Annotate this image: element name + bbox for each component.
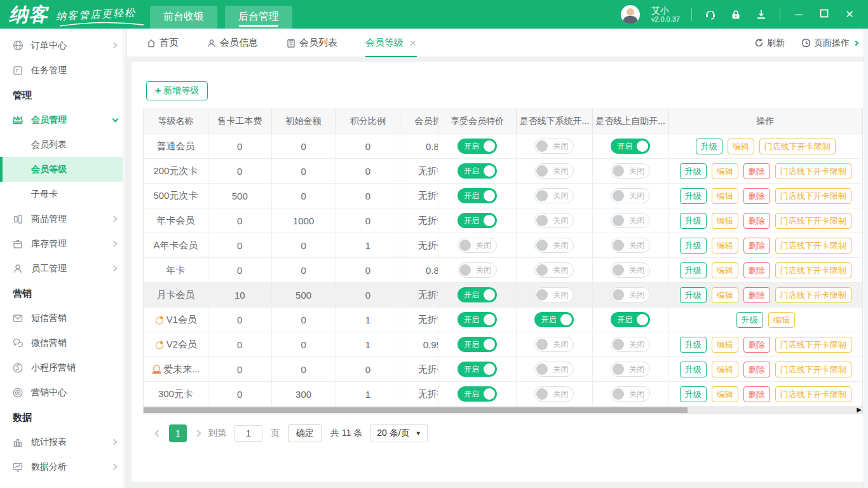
online-open-toggle[interactable]: 关闭: [611, 163, 650, 179]
special-price-toggle[interactable]: 开启: [458, 362, 497, 377]
scroll-right-arrow-icon[interactable]: ▶: [857, 406, 862, 413]
goto-page-input[interactable]: [234, 425, 262, 442]
confirm-page-button[interactable]: 确定: [288, 424, 322, 442]
special-price-toggle[interactable]: 开启: [458, 287, 497, 302]
offline-open-toggle[interactable]: 关闭: [534, 262, 574, 278]
online-open-toggle[interactable]: 关闭: [611, 213, 650, 228]
next-page-button[interactable]: [194, 430, 201, 437]
op-delete-button[interactable]: 删除: [743, 362, 770, 377]
op-edit-button[interactable]: 编辑: [712, 238, 738, 254]
op-upgrade-button[interactable]: 升级: [680, 362, 707, 377]
op-limit-button[interactable]: 门店线下开卡限制: [775, 386, 851, 402]
special-price-toggle[interactable]: 关闭: [458, 262, 497, 278]
tab-会员列表[interactable]: 会员列表: [286, 29, 337, 57]
op-limit-button[interactable]: 门店线下开卡限制: [775, 337, 851, 353]
op-limit-button[interactable]: 门店线下开卡限制: [775, 362, 851, 377]
op-limit-button[interactable]: 门店线下开卡限制: [775, 287, 851, 303]
tab-首页[interactable]: 首页: [146, 29, 179, 57]
op-edit-button[interactable]: 编辑: [712, 163, 738, 179]
offline-open-toggle[interactable]: 关闭: [534, 188, 574, 203]
op-limit-button[interactable]: 门店线下开卡限制: [759, 139, 836, 154]
online-open-toggle[interactable]: 关闭: [611, 188, 650, 203]
special-price-toggle[interactable]: 开启: [458, 163, 497, 179]
online-open-toggle[interactable]: 关闭: [611, 337, 650, 352]
special-price-toggle[interactable]: 开启: [458, 386, 497, 402]
op-edit-button[interactable]: 编辑: [712, 337, 738, 353]
tab-会员等级[interactable]: 会员等级✕: [365, 29, 417, 57]
op-upgrade-button[interactable]: 升级: [736, 312, 763, 328]
offline-open-toggle[interactable]: 关闭: [534, 362, 574, 377]
op-upgrade-button[interactable]: 升级: [680, 287, 707, 303]
horizontal-scrollbar-thumb[interactable]: [144, 407, 688, 413]
minimize-icon[interactable]: ─: [792, 9, 806, 20]
op-edit-button[interactable]: 编辑: [712, 262, 738, 278]
op-edit-button[interactable]: 编辑: [712, 362, 738, 377]
op-delete-button[interactable]: 删除: [743, 386, 770, 402]
page-size-select[interactable]: 20 条/页 ▼: [370, 424, 427, 442]
download-icon[interactable]: [754, 8, 768, 22]
op-upgrade-button[interactable]: 升级: [680, 163, 707, 179]
sidebar-scrollbar[interactable]: [123, 29, 126, 488]
add-level-button[interactable]: + 新增等级: [146, 81, 208, 100]
sidebar-item-员工管理[interactable]: 员工管理: [0, 256, 126, 281]
offline-open-toggle[interactable]: 开启: [534, 312, 574, 327]
top-nav-admin[interactable]: 后台管理: [225, 6, 292, 29]
tab-close-icon[interactable]: ✕: [409, 38, 417, 48]
top-nav-cashier[interactable]: 前台收银: [150, 6, 217, 29]
op-edit-button[interactable]: 编辑: [712, 213, 738, 229]
page-actions-button[interactable]: 页面操作: [801, 37, 858, 49]
online-open-toggle[interactable]: 开启: [611, 312, 650, 327]
op-upgrade-button[interactable]: 升级: [680, 213, 707, 229]
sidebar-item-任务管理[interactable]: 任务管理: [0, 58, 126, 83]
special-price-toggle[interactable]: 开启: [458, 213, 497, 228]
sidebar-item-数据分析[interactable]: 数据分析: [0, 454, 126, 479]
offline-open-toggle[interactable]: 关闭: [534, 386, 574, 402]
online-open-toggle[interactable]: 关闭: [611, 262, 650, 278]
tab-会员信息[interactable]: 会员信息: [207, 29, 258, 57]
op-upgrade-button[interactable]: 升级: [680, 337, 707, 353]
sidebar-item-微信营销[interactable]: 微信营销: [0, 330, 126, 355]
service-icon[interactable]: [703, 8, 717, 22]
online-open-toggle[interactable]: 关闭: [611, 287, 650, 302]
avatar[interactable]: [621, 5, 640, 24]
special-price-toggle[interactable]: 开启: [458, 337, 497, 352]
op-edit-button[interactable]: 编辑: [728, 139, 754, 154]
special-price-toggle[interactable]: 关闭: [458, 238, 497, 253]
offline-open-toggle[interactable]: 关闭: [534, 213, 574, 228]
op-upgrade-button[interactable]: 升级: [696, 139, 722, 154]
op-limit-button[interactable]: 门店线下开卡限制: [775, 213, 851, 229]
current-page-button[interactable]: 1: [169, 424, 187, 442]
offline-open-toggle[interactable]: 关闭: [534, 238, 574, 253]
op-upgrade-button[interactable]: 升级: [680, 238, 707, 254]
op-delete-button[interactable]: 删除: [743, 238, 770, 254]
offline-open-toggle[interactable]: 关闭: [534, 337, 574, 352]
sidebar-item-订单中心[interactable]: 订单中心: [0, 33, 126, 58]
op-edit-button[interactable]: 编辑: [712, 188, 738, 204]
op-limit-button[interactable]: 门店线下开卡限制: [775, 163, 851, 179]
online-open-toggle[interactable]: 关闭: [611, 386, 650, 402]
op-upgrade-button[interactable]: 升级: [680, 386, 707, 402]
sidebar-item-小程序营销[interactable]: 小程序营销: [0, 355, 126, 380]
op-limit-button[interactable]: 门店线下开卡限制: [775, 262, 851, 278]
online-open-toggle[interactable]: 关闭: [611, 362, 650, 377]
refresh-button[interactable]: 刷新: [754, 37, 785, 49]
sidebar-subitem-会员等级[interactable]: 会员等级: [0, 157, 126, 182]
op-delete-button[interactable]: 删除: [743, 188, 770, 204]
special-price-toggle[interactable]: 开启: [458, 139, 497, 154]
lock-icon[interactable]: [729, 8, 743, 22]
op-delete-button[interactable]: 删除: [743, 213, 770, 229]
op-edit-button[interactable]: 编辑: [712, 386, 738, 402]
op-delete-button[interactable]: 删除: [743, 163, 770, 179]
offline-open-toggle[interactable]: 关闭: [534, 139, 574, 154]
sidebar-subitem-子母卡[interactable]: 子母卡: [0, 182, 126, 207]
sidebar-subitem-会员列表[interactable]: 会员列表: [0, 132, 126, 157]
sidebar-item-会员管理[interactable]: 会员管理: [0, 107, 126, 132]
prev-page-button[interactable]: [154, 430, 161, 437]
offline-open-toggle[interactable]: 关闭: [534, 163, 574, 179]
offline-open-toggle[interactable]: 关闭: [534, 287, 574, 302]
op-delete-button[interactable]: 删除: [743, 287, 770, 303]
special-price-toggle[interactable]: 开启: [458, 188, 497, 203]
sidebar-item-库存管理[interactable]: 库存管理: [0, 231, 126, 256]
op-edit-button[interactable]: 编辑: [712, 287, 738, 303]
op-edit-button[interactable]: 编辑: [768, 312, 795, 328]
